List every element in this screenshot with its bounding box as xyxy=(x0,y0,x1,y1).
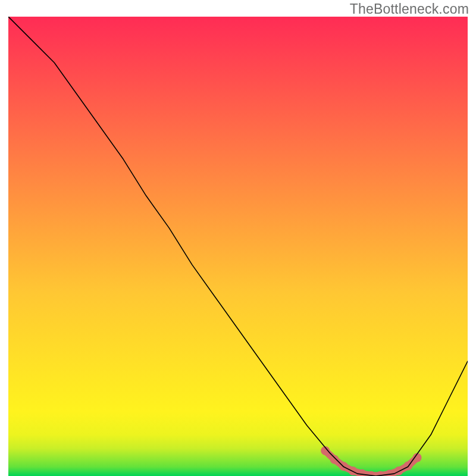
chart-svg xyxy=(8,17,468,476)
plot-area xyxy=(8,17,468,476)
watermark-label: TheBottleneck.com xyxy=(350,1,469,17)
gradient-background xyxy=(8,17,468,476)
chart-frame: TheBottleneck.com xyxy=(0,0,476,476)
